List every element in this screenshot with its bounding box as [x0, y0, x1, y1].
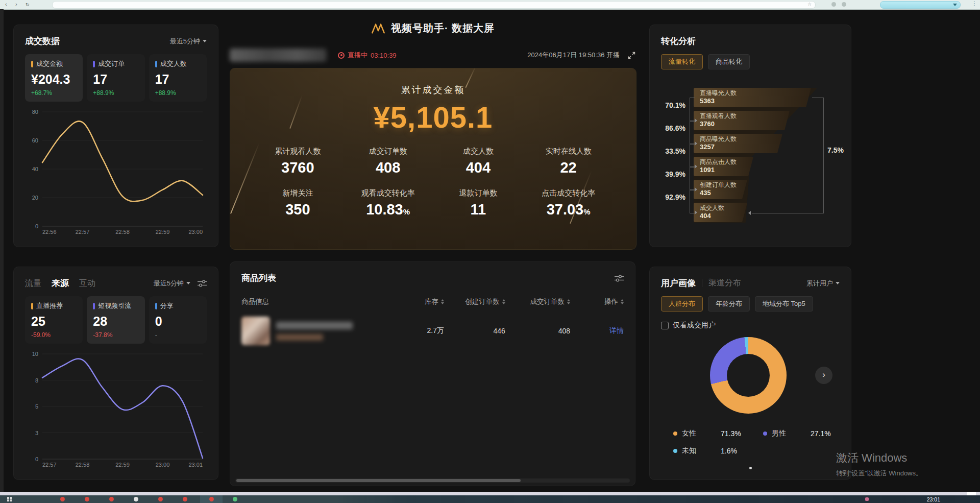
arrow-left-icon [748, 211, 751, 215]
user-range-selector[interactable]: 累计用户 [806, 279, 840, 288]
browser-horizontal-scrollbar[interactable] [0, 492, 980, 495]
svg-text:60: 60 [32, 137, 38, 143]
paid-users-only-checkbox[interactable] [661, 322, 669, 329]
source-trend-chart: 03581022:5722:5822:5923:0023:01 [25, 349, 207, 469]
funnel-connector [690, 121, 695, 145]
funnel-connector [690, 98, 695, 122]
col-action-sort[interactable]: 操作 [570, 297, 624, 306]
next-page-button[interactable] [815, 367, 832, 384]
conversion-analysis-panel: 转化分析 流量转化 商品转化 直播曝光人数5363 直播观看人数3760 商品曝… [649, 25, 851, 247]
svg-text:22:56: 22:56 [42, 229, 57, 235]
scrollbar-thumb[interactable] [236, 479, 521, 482]
legend-item: 男性27.1% [763, 429, 840, 438]
arrow-right-icon [695, 118, 697, 123]
metric-card-buyers[interactable]: 成交人数 17 +88.9% [149, 54, 207, 102]
col-stock-sort[interactable]: 库存 [395, 297, 444, 306]
fullscreen-icon[interactable] [628, 52, 635, 59]
bookmark-star-icon[interactable] [807, 2, 812, 7]
hero-stat: 成交人数404 [433, 147, 524, 176]
taskbar-app-icon[interactable] [158, 497, 163, 501]
svg-text:0: 0 [35, 223, 38, 229]
donut-legend: 女性71.3% 男性27.1% 未知1.6% [673, 429, 840, 456]
tab-interaction[interactable]: 互动 [79, 278, 95, 289]
product-table-header: 商品信息 库存 创建订单数 成交订单数 操作 [241, 297, 624, 306]
product-table-row: 2.7万 446 408 详情 [241, 317, 624, 345]
col-created-orders-sort[interactable]: 创建订单数 [444, 297, 505, 306]
tab-crowd-distribution[interactable]: 人群分布 [661, 296, 703, 312]
tab-traffic[interactable]: 流量 [25, 278, 41, 289]
funnel-bar: 直播观看人数3760 [694, 111, 790, 130]
profile-avatar-icon[interactable] [842, 2, 846, 7]
browser-action-button[interactable] [880, 1, 961, 9]
funnel-step-rate: 92.9% [661, 193, 685, 201]
screen: 成交数据 最近5分钟 成交金额 ¥204.3 +68.7% 成交订单 17 +8… [0, 0, 980, 503]
metric-card-live-recommend[interactable]: 直播推荐 25 -59.0% [25, 296, 83, 344]
accent-bar [31, 61, 33, 67]
browser-forward-icon[interactable] [15, 1, 17, 8]
metric-label: 成交金额 [36, 59, 63, 68]
legend-dot [673, 449, 677, 453]
start-button[interactable] [7, 497, 12, 501]
svg-text:23:01: 23:01 [188, 462, 203, 468]
filter-sliders-icon[interactable] [198, 280, 207, 287]
metric-card-share[interactable]: 分享 0 - [149, 296, 207, 344]
tab-channel-distribution[interactable]: 渠道分布 [708, 278, 741, 289]
tab-region-distribution[interactable]: 地域分布 Top5 [755, 296, 813, 312]
metric-card-gmv[interactable]: 成交金额 ¥204.3 +68.7% [25, 54, 83, 102]
taskbar-app-icon[interactable] [85, 497, 89, 501]
tab-source[interactable]: 来源 [52, 277, 69, 289]
extension-icon[interactable] [831, 2, 836, 7]
dashboard-title: 视频号助手· 数据大屏 [391, 21, 495, 35]
svg-text:3: 3 [35, 430, 38, 436]
source-range-selector[interactable]: 最近5分钟 [154, 279, 190, 288]
conversion-tabs: 流量转化 商品转化 [661, 54, 840, 69]
funnel-connector [690, 143, 695, 167]
tab-traffic-conversion[interactable]: 流量转化 [661, 54, 703, 69]
divider [702, 279, 702, 287]
trade-trend-chart: 02040608022:5622:5722:5822:5923:00 [25, 107, 207, 236]
svg-text:22:59: 22:59 [156, 229, 170, 235]
taskbar-app-icon[interactable] [183, 497, 187, 501]
chevron-down-icon [203, 40, 207, 42]
browser-back-icon[interactable] [5, 1, 7, 8]
hero-stat: 观看成交转化率10.83% [343, 188, 433, 218]
metric-value: 28 [93, 314, 138, 329]
svg-text:0: 0 [35, 456, 38, 462]
windows-taskbar: 23:01 [0, 495, 980, 503]
chevron-down-icon [836, 282, 840, 284]
pagination-dot[interactable] [749, 467, 752, 469]
hero-gmv-label: 累计成交金额 [230, 84, 636, 96]
filter-sliders-icon[interactable] [615, 275, 624, 282]
tab-age-distribution[interactable]: 年龄分布 [708, 296, 750, 312]
tray-icon[interactable] [865, 497, 869, 501]
detail-link[interactable]: 详情 [609, 326, 624, 334]
channels-logo-icon [371, 22, 386, 35]
browser-menu-icon[interactable] [972, 1, 977, 6]
taskbar-app-icon[interactable] [134, 497, 138, 501]
trade-range-selector[interactable]: 最近5分钟 [170, 37, 207, 46]
col-product-info: 商品信息 [241, 297, 395, 306]
browser-reload-icon[interactable] [26, 1, 30, 9]
window-edge [0, 9, 4, 492]
svg-text:22:58: 22:58 [115, 229, 130, 235]
arrow-right-icon [695, 187, 697, 191]
taskbar-app-icon[interactable] [60, 497, 65, 501]
metric-card-short-video[interactable]: 短视频引流 28 -37.8% [87, 296, 144, 344]
table-horizontal-scrollbar [235, 478, 630, 483]
funnel-overall-bracket [823, 98, 824, 213]
funnel-step-rate: 86.6% [661, 124, 685, 132]
funnel-step-rate: 39.9% [661, 170, 685, 178]
hero-stat: 新增关注350 [253, 188, 343, 218]
tab-product-conversion[interactable]: 商品转化 [708, 54, 750, 69]
taskbar-app-icon[interactable] [233, 497, 237, 501]
metric-label: 成交人数 [160, 59, 187, 68]
col-paid-orders-sort[interactable]: 成交订单数 [505, 297, 570, 306]
taskbar-app-icon[interactable] [209, 497, 214, 501]
metric-card-orders[interactable]: 成交订单 17 +88.9% [87, 54, 144, 102]
metric-delta: - [155, 331, 201, 339]
address-bar[interactable] [52, 1, 816, 9]
tab-user-profile[interactable]: 用户画像 [661, 277, 696, 289]
metric-delta: +68.7% [31, 89, 77, 97]
funnel-bar: 成交人数404 [694, 203, 747, 222]
taskbar-app-icon[interactable] [109, 497, 114, 501]
